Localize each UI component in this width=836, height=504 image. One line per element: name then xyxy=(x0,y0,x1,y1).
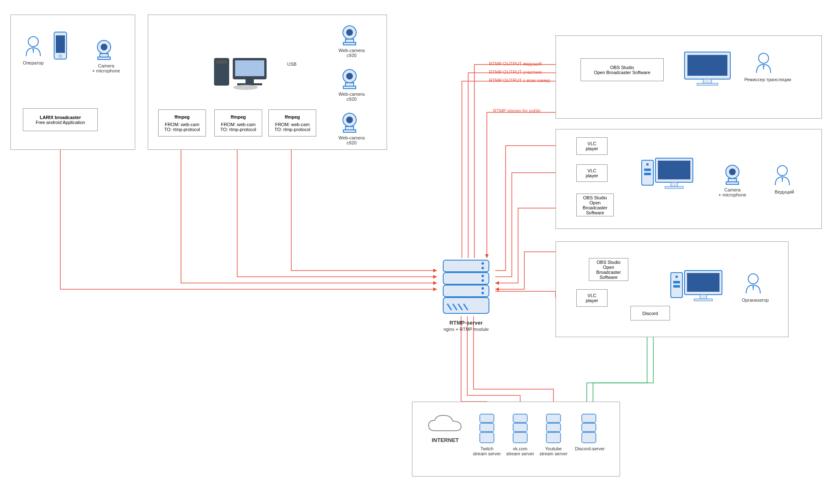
svg-rect-64 xyxy=(673,281,680,283)
vlc-label: VLCplayer xyxy=(586,141,598,151)
svg-point-32 xyxy=(481,275,484,277)
svg-rect-59 xyxy=(726,182,739,184)
vlc-host-1: VLCplayer xyxy=(576,137,608,155)
svg-rect-10 xyxy=(216,60,227,64)
svg-point-71 xyxy=(752,286,754,288)
svg-rect-80 xyxy=(546,432,561,443)
obs-label: OBS StudioOpen Broadcaster Software xyxy=(594,65,650,75)
svg-point-61 xyxy=(781,178,783,179)
obs-label: OBS StudioOpen BroadcasterSoftware xyxy=(578,195,612,215)
svg-point-33 xyxy=(481,279,484,282)
svg-rect-53 xyxy=(658,161,690,179)
host-role: Ведущий xyxy=(768,189,801,194)
rtmp-out-2: RTMP OUTPUT участник xyxy=(489,70,542,74)
svg-rect-13 xyxy=(246,79,254,83)
svg-rect-34 xyxy=(443,285,489,297)
server-sub: nginx + RTMP module xyxy=(439,327,493,332)
svg-rect-83 xyxy=(582,432,596,443)
svg-rect-55 xyxy=(665,186,683,189)
svg-point-47 xyxy=(763,65,764,67)
vlc-host-2: VLCplayer xyxy=(576,164,608,182)
internet-label: INTERNET xyxy=(427,437,464,443)
svg-rect-51 xyxy=(644,173,651,175)
server-title: RTMP-server xyxy=(439,320,493,326)
svg-point-25 xyxy=(346,117,353,123)
ffmpeg-from: FROM: web-cam xyxy=(275,122,310,127)
youtube-label: Youtubestream server xyxy=(537,446,570,456)
svg-point-57 xyxy=(729,169,736,175)
vk-label: vk.comstream server xyxy=(504,446,537,456)
svg-rect-45 xyxy=(697,83,718,85)
svg-rect-78 xyxy=(546,414,561,422)
ffmpeg-title: ffmpeg xyxy=(285,114,300,119)
discord-label: Discord xyxy=(643,311,658,316)
svg-rect-19 xyxy=(343,42,356,45)
host-cam-label: Camera+ microphone xyxy=(716,187,749,197)
svg-rect-68 xyxy=(700,295,707,299)
svg-rect-43 xyxy=(687,55,727,76)
svg-rect-8 xyxy=(98,57,110,60)
svg-rect-75 xyxy=(513,414,527,422)
larix-title: LARIX broadcaster xyxy=(40,115,81,120)
svg-point-30 xyxy=(481,267,484,269)
svg-rect-3 xyxy=(56,35,65,53)
rtmp-out-1: RTMP OUTPUT ведущий xyxy=(489,61,542,66)
ffmpeg-box-2: ffmpeg FROM: web-cam TO: rtmp-protocol xyxy=(214,109,262,137)
svg-point-21 xyxy=(346,73,353,79)
svg-rect-72 xyxy=(480,414,494,422)
svg-rect-76 xyxy=(513,423,527,432)
svg-rect-50 xyxy=(644,169,651,171)
svg-point-36 xyxy=(481,292,484,294)
svg-rect-18 xyxy=(345,39,354,42)
vlc-label: VLCplayer xyxy=(586,168,598,178)
vlc-label: VLCplayer xyxy=(586,293,598,303)
camera-mic-label: Camera+ microphone xyxy=(89,63,123,73)
svg-rect-12 xyxy=(235,60,264,76)
ffmpeg-to: TO: rtmp-protocol xyxy=(275,127,310,132)
svg-rect-37 xyxy=(443,298,489,313)
usb-label: USB xyxy=(287,62,297,67)
svg-point-17 xyxy=(346,29,353,36)
svg-rect-65 xyxy=(673,285,680,288)
ffmpeg-title: ffmpeg xyxy=(231,114,246,119)
svg-rect-14 xyxy=(237,83,262,85)
obs-director-box: OBS StudioOpen Broadcaster Software xyxy=(580,58,664,81)
svg-point-60 xyxy=(777,166,787,176)
obs-label: OBS StudioOpen BroadcasterSoftware xyxy=(591,260,626,280)
ffmpeg-title: ffmpeg xyxy=(174,114,190,119)
svg-rect-28 xyxy=(443,260,489,272)
webcam-label-1: Web-camerac920 xyxy=(335,48,368,58)
org-role: Организатор xyxy=(737,298,774,303)
svg-rect-73 xyxy=(480,423,494,432)
svg-point-46 xyxy=(759,53,769,63)
svg-rect-58 xyxy=(728,179,737,182)
director-role: Режиссер трансляции xyxy=(741,77,795,82)
svg-point-6 xyxy=(101,44,107,50)
svg-rect-74 xyxy=(480,432,494,443)
svg-point-35 xyxy=(481,287,484,290)
svg-rect-79 xyxy=(546,423,561,432)
svg-point-63 xyxy=(675,276,678,278)
rtmp-public: RTMP stream for public xyxy=(493,108,541,113)
ffmpeg-from: FROM: web-cam xyxy=(165,122,199,127)
svg-point-0 xyxy=(28,37,38,47)
ffmpeg-to: TO: rtmp-protocol xyxy=(164,127,200,132)
ffmpeg-from: FROM: web-cam xyxy=(221,122,256,127)
operator-label: Оператор xyxy=(23,60,44,65)
larix-sub: Free android Application xyxy=(36,120,85,125)
svg-point-49 xyxy=(646,163,649,166)
vlc-org: VLCplayer xyxy=(576,289,608,307)
svg-rect-23 xyxy=(343,86,356,89)
discord-box: Discord xyxy=(630,306,670,320)
ffmpeg-box-1: ffmpeg FROM: web-cam TO: rtmp-protocol xyxy=(158,109,206,137)
svg-rect-81 xyxy=(582,414,596,422)
larix-box: LARIX broadcaster Free android Applicati… xyxy=(23,108,98,131)
svg-rect-69 xyxy=(694,299,712,301)
svg-rect-54 xyxy=(671,182,677,186)
webcam-label-3: Web-camerac920 xyxy=(335,135,368,145)
discord-server-label: Discord-server xyxy=(572,446,608,451)
obs-host-box: OBS StudioOpen BroadcasterSoftware xyxy=(576,194,614,216)
twitch-label: Twitchstream server xyxy=(470,446,504,456)
svg-rect-26 xyxy=(345,127,354,130)
svg-rect-82 xyxy=(582,423,596,432)
